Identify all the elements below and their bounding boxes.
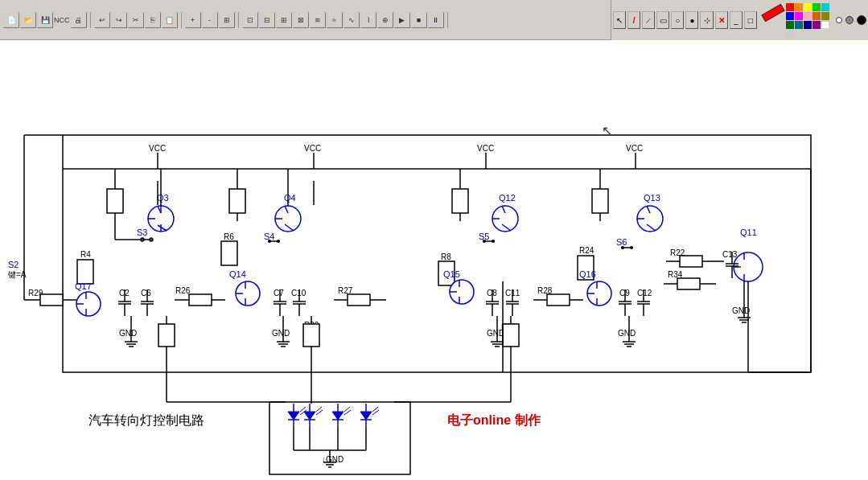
svg-point-121 [621, 246, 624, 249]
r26-label: R26 [175, 286, 191, 295]
component-btn1[interactable]: ⊡ [242, 12, 258, 28]
color-magenta[interactable] [795, 12, 803, 20]
color-green[interactable] [812, 3, 821, 11]
color-pink[interactable] [804, 12, 812, 20]
vcc-label-2: VCC [304, 144, 321, 153]
pause-btn[interactable]: ⏸ [428, 12, 444, 28]
zoom-in-btn[interactable]: + [185, 12, 201, 28]
q12-label: Q12 [499, 193, 516, 203]
c12-label: C12 [637, 289, 652, 297]
gnd-5: GND [732, 306, 750, 315]
maximize-tool[interactable]: □ [744, 11, 757, 29]
svg-rect-80 [452, 189, 468, 213]
svg-point-88 [483, 240, 486, 243]
color-indicator [762, 2, 784, 38]
circuit-subtitle: 电子online 制作 [447, 413, 541, 427]
color-olive[interactable] [821, 12, 829, 20]
pencil-tool[interactable]: / [627, 11, 640, 29]
svg-rect-74 [303, 324, 319, 347]
c7-label: C7 [274, 289, 284, 297]
svg-point-122 [630, 246, 633, 249]
svg-rect-143 [680, 256, 702, 267]
q11-label: Q11 [740, 228, 757, 237]
svg-point-56 [277, 240, 280, 243]
color-red[interactable] [786, 3, 794, 11]
rect-tool[interactable]: ▭ [656, 11, 669, 29]
main-toolbar: 📄 📂 💾 NCC 🖨 ↩ ↪ ✂ ⎘ 📋 + - ⊞ ⊡ ⊟ ⊞ ⊠ ≋ ≈ … [0, 0, 868, 40]
edit-group: ↩ ↪ ✂ ⎘ 📋 [94, 12, 182, 28]
component-btn3[interactable]: ⊞ [276, 12, 292, 28]
stop-btn[interactable]: ■ [411, 12, 427, 28]
svg-rect-113 [592, 189, 608, 213]
s2-label: S2 [8, 260, 19, 269]
component-btn7[interactable]: ∿ [343, 12, 360, 28]
q14-label: Q14 [229, 269, 246, 279]
new-btn[interactable]: 📄 [3, 12, 19, 28]
component-btn4[interactable]: ⊠ [293, 12, 309, 28]
color-teal[interactable] [795, 21, 803, 29]
s6-label: S6 [616, 237, 627, 247]
svg-rect-140 [677, 278, 700, 289]
color-navy[interactable] [804, 21, 812, 29]
circuit-canvas[interactable]: ↖ VCC VCC VCC VCC R5 Q3 S3 [0, 40, 868, 480]
component-btn5[interactable]: ≋ [310, 12, 326, 28]
circle-tool[interactable]: ● [685, 11, 698, 29]
print-btn[interactable]: 🖨 [71, 12, 87, 28]
color-white[interactable] [821, 21, 829, 29]
copy-btn[interactable]: ⎘ [145, 12, 161, 28]
svg-rect-44 [158, 324, 175, 347]
q3-label: Q3 [157, 193, 169, 203]
drawing-toolbar: ↖ / ⟋ ▭ ○ ● ⊹ ✕ _ □ [611, 0, 868, 40]
color-cyan[interactable] [821, 3, 829, 11]
component-btn8[interactable]: ⌇ [360, 12, 376, 28]
color-yellow[interactable] [804, 3, 812, 11]
svg-point-89 [492, 240, 495, 243]
paste-btn[interactable]: 📋 [162, 12, 178, 28]
svg-rect-53 [221, 241, 237, 265]
component-btn9[interactable]: ⊕ [377, 12, 393, 28]
gnd-1: GND [119, 329, 137, 338]
dot-indicators [836, 15, 866, 25]
component-btn2[interactable]: ⊟ [259, 12, 275, 28]
zoom-out-btn[interactable]: - [202, 12, 218, 28]
svg-rect-110 [547, 294, 570, 306]
color-orange[interactable] [795, 3, 803, 11]
redo-btn[interactable]: ↪ [111, 12, 127, 28]
close-tool[interactable]: ✕ [715, 11, 728, 29]
cut-btn[interactable]: ✂ [128, 12, 144, 28]
svg-rect-17 [77, 260, 93, 284]
open-btn[interactable]: 📂 [20, 12, 36, 28]
q4-label: Q4 [284, 193, 296, 203]
color-lightgray[interactable] [786, 30, 794, 38]
color-darkgreen[interactable] [786, 21, 794, 29]
ellipse-tool[interactable]: ○ [671, 11, 684, 29]
circuit-title: 汽车转向灯控制电路 [88, 413, 204, 427]
color-purple[interactable] [812, 21, 821, 29]
dot-gray[interactable] [845, 16, 854, 24]
c13-label: C13 [722, 250, 738, 259]
save-btn[interactable]: 💾 [37, 12, 53, 28]
svg-marker-183 [360, 412, 372, 420]
color-brown[interactable] [812, 12, 821, 20]
r6-label: R6 [224, 232, 234, 241]
svg-rect-107 [503, 324, 519, 347]
minimize-tool[interactable]: _ [730, 11, 743, 29]
undo-btn[interactable]: ↩ [94, 12, 110, 28]
r4-label: R4 [80, 250, 91, 259]
svg-rect-6 [107, 189, 123, 213]
svg-point-55 [268, 240, 271, 243]
q13-label: Q13 [644, 193, 660, 203]
arrow-tool[interactable]: ↖ [613, 11, 626, 29]
special-tool[interactable]: ⊹ [700, 11, 713, 29]
svg-rect-37 [189, 294, 212, 306]
color-blue[interactable] [786, 12, 794, 20]
dot-black[interactable] [857, 15, 866, 25]
svg-marker-165 [288, 412, 299, 420]
component-btn6[interactable]: ≈ [327, 12, 343, 28]
vcc-label-1: VCC [149, 144, 166, 153]
dot-white[interactable] [836, 17, 842, 23]
zoom-fit-btn[interactable]: ⊞ [219, 12, 235, 28]
r24-label: R24 [579, 246, 594, 255]
run-btn[interactable]: ▶ [394, 12, 410, 28]
line-tool[interactable]: ⟋ [642, 11, 655, 29]
